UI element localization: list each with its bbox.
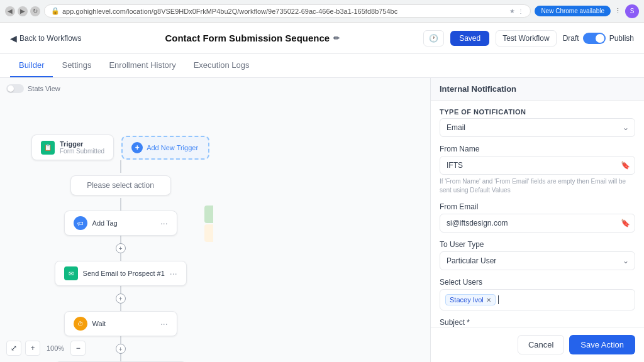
add-tag-menu[interactable]: ··· [160,218,168,228]
trigger-icon: 📋 [41,141,55,155]
add-trigger-icon: + [131,142,143,153]
edge-btn-green [204,206,213,223]
browser-controls: ◀ ▶ ↻ [5,6,40,16]
panel-footer: Cancel Save Action [431,327,644,362]
connector-plus-2[interactable]: + [116,286,126,311]
wait-icon: ⏱ [74,317,87,331]
plus-icon[interactable]: + [116,293,126,304]
add-tag-node[interactable]: 🏷 Add Tag ··· [64,211,177,236]
user-tag-stacey: Stacey Ivol ✕ [445,294,496,305]
canvas-controls: ⤢ + 100% − [6,341,86,356]
nav-tabs: Builder Settings Enrollment History Exec… [0,54,644,78]
tab-execution-logs[interactable]: Execution Logs [185,54,258,77]
add-trigger-node[interactable]: + Add New Trigger [121,136,209,160]
from-email-label: From Email [440,202,635,211]
from-name-input-wrap: 🔖 [440,156,635,175]
zoom-in-button[interactable]: + [25,341,40,356]
edge-btn-orange [204,224,213,242]
app-header: ◀ Back to Workflows Contact Form Submiss… [0,23,644,54]
back-btn[interactable]: ◀ [5,6,15,16]
from-email-input-wrap: 🔖 [440,214,635,233]
connector-line [120,253,121,261]
send-email-1-menu[interactable]: ··· [170,268,177,278]
new-chrome-btn[interactable]: New Chrome available [535,6,611,16]
wait-1-menu[interactable]: ··· [160,319,168,329]
forward-btn[interactable]: ▶ [18,6,28,16]
subject-group: Subject * 🔖 Subject is optional in case … [440,318,635,327]
email-icon: ✉ [64,266,78,280]
connector-plus-3[interactable]: + [116,336,126,361]
type-notification-select[interactable]: Email SMS [440,118,635,137]
connector-1 [120,160,121,173]
select-users-group: Select Users Stacey Ivol ✕ [440,278,635,310]
panel-content: TYPE OF NOTIFICATION Email SMS From Name… [431,101,644,327]
select-users-label: Select Users [440,278,635,287]
user-avatar: S [625,4,639,18]
connector-2 [120,198,121,211]
tab-enrollment-history[interactable]: Enrollment History [100,54,184,77]
select-action-box[interactable]: Please select action [70,175,171,195]
browser-actions: New Chrome available ⋮ S [535,4,639,18]
stats-toggle[interactable] [6,84,24,93]
from-name-group: From Name 🔖 If 'From Name' and 'From Ema… [440,145,635,195]
draft-toggle[interactable] [583,33,606,44]
panel-header: Internal Notification [431,78,644,101]
side-edge-buttons [204,206,213,242]
subject-label: Subject * [440,318,635,327]
remove-tag-button[interactable]: ✕ [486,297,491,304]
from-name-label: From Name [440,145,635,153]
from-name-hint: If 'From Name' and 'From Email' fields a… [440,177,635,195]
reload-btn[interactable]: ↻ [30,6,40,16]
url-bar[interactable]: 🔒 app.gohighlevel.com/location/g8VSE9HDx… [44,4,531,18]
send-email-1-node[interactable]: ✉ Send Email to Prospect #1 ··· [55,261,187,286]
connector-plus-1[interactable]: + [116,236,126,261]
from-name-input[interactable] [440,156,635,175]
trigger-row: 📋 Trigger Form Submitted + Add New Trigg… [31,134,209,160]
to-user-type-label: To User Type [440,240,635,249]
history-button[interactable]: 🕐 [423,30,444,47]
connector-line [120,286,121,293]
trigger-text: Trigger Form Submitted [60,140,104,155]
stats-toggle-thumb [8,85,14,92]
plus-icon[interactable]: + [116,344,126,354]
edit-title-icon[interactable]: ✏ [333,34,340,43]
save-action-button[interactable]: Save Action [569,335,635,354]
toggle-thumb [596,34,604,43]
tab-builder[interactable]: Builder [10,54,53,77]
type-notification-select-wrapper: Email SMS [440,118,635,137]
trigger-node[interactable]: 📋 Trigger Form Submitted [31,134,114,160]
from-email-personalize-icon[interactable]: 🔖 [621,219,630,228]
to-user-type-select-wrapper: Particular User All Users Account User [440,251,635,270]
right-panel: Internal Notification TYPE OF NOTIFICATI… [430,78,644,362]
connector-line [120,236,121,243]
tag-cursor [498,295,499,304]
browser-chrome: ◀ ▶ ↻ 🔒 app.gohighlevel.com/location/g8V… [0,0,644,23]
select-users-input[interactable]: Stacey Ivol ✕ [440,289,635,310]
draft-toggle-group: Draft Publish [563,33,634,44]
workflow-canvas: 📋 Trigger Form Submitted + Add New Trigg… [31,134,209,362]
expand-button[interactable]: ⤢ [6,341,21,356]
to-user-type-select[interactable]: Particular User All Users Account User [440,251,635,270]
page-title: Contact Form Submission Sequence ✏ [89,33,416,43]
url-text: app.gohighlevel.com/location/g8VSE9HDx0F… [62,8,507,15]
main-content: Stats View 📋 Trigger Form Submitted + Ad… [0,78,644,362]
saved-button[interactable]: Saved [450,31,489,46]
from-email-input[interactable] [440,214,635,233]
plus-icon[interactable]: + [116,243,126,253]
from-name-personalize-icon[interactable]: 🔖 [621,161,630,170]
type-of-notification-group: TYPE OF NOTIFICATION Email SMS [440,108,635,137]
header-right: 🕐 Saved Test Workflow Draft Publish [423,30,634,47]
cancel-button[interactable]: Cancel [518,335,564,354]
zoom-level: 100% [44,344,67,352]
wait-1-node[interactable]: ⏱ Wait ··· [64,311,177,336]
to-user-type-group: To User Type Particular User All Users A… [440,240,635,270]
tab-settings[interactable]: Settings [53,54,100,77]
tag-icon: 🏷 [74,216,87,230]
zoom-out-button[interactable]: − [70,341,86,356]
stats-toggle-group: Stats View [6,84,60,93]
connector-line [120,336,121,344]
type-notification-label: TYPE OF NOTIFICATION [440,108,635,116]
canvas-area[interactable]: Stats View 📋 Trigger Form Submitted + Ad… [0,78,430,362]
back-to-workflows-link[interactable]: ◀ Back to Workflows [10,33,81,43]
test-workflow-button[interactable]: Test Workflow [496,30,556,47]
